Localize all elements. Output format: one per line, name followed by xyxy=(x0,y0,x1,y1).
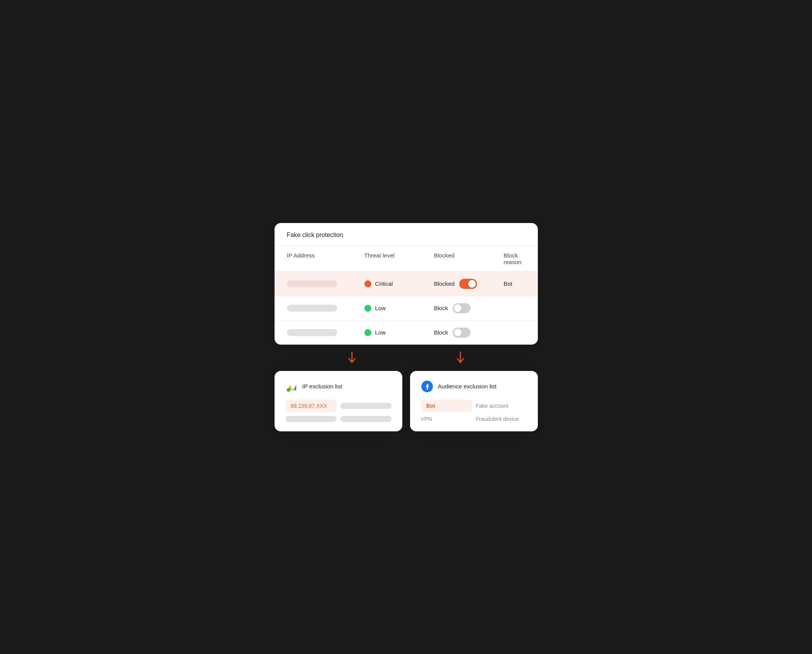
blocked-cell: Blocked xyxy=(434,279,504,289)
left-card-row xyxy=(285,416,391,422)
ip-address-placeholder xyxy=(287,305,337,312)
right-card-text: Fraudulent device xyxy=(476,416,527,422)
threat-dot-green xyxy=(364,329,371,336)
table-row: Low Block xyxy=(275,296,538,321)
col-header-ip: IP Address xyxy=(287,252,364,265)
right-card-header: Audience exclusion list xyxy=(421,380,527,393)
threat-cell: Low xyxy=(364,329,434,336)
block-toggle-off[interactable] xyxy=(453,328,470,338)
ip-address-placeholder xyxy=(287,329,337,336)
blocked-label: Blocked xyxy=(434,280,455,287)
col-header-threat: Threat level xyxy=(364,252,434,265)
block-label: Block xyxy=(434,329,448,336)
threat-cell: Critical xyxy=(364,280,434,287)
table-header: IP Address Threat level Blocked Block re… xyxy=(275,246,538,272)
col-header-reason: Block reason xyxy=(504,252,525,265)
threat-dot-red xyxy=(364,280,371,287)
main-wrapper: Fake click protection IP Address Threat … xyxy=(275,223,538,431)
bot-tag: Bot xyxy=(421,400,472,412)
left-card-row: 89.159.87.XXX xyxy=(285,400,391,412)
right-card-title: Audience exclusion list xyxy=(438,383,497,390)
card-title: Fake click protection xyxy=(287,232,343,238)
block-toggle-on[interactable] xyxy=(459,279,477,289)
bottom-cards: IP exclusion list 89.159.87.XXX Aud xyxy=(275,371,538,431)
table-row: Low Block xyxy=(275,321,538,345)
right-bottom-card: Audience exclusion list Bot Fake account… xyxy=(410,371,538,431)
left-arrow xyxy=(298,352,406,364)
placeholder-bar xyxy=(340,416,391,422)
toggle-knob xyxy=(454,304,462,312)
card-header: Fake click protection xyxy=(275,223,538,246)
block-reason-cell: Bot xyxy=(504,280,525,287)
left-card-header: IP exclusion list xyxy=(285,380,391,393)
threat-dot-green xyxy=(364,305,371,312)
threat-label: Low xyxy=(375,305,386,311)
toggle-knob xyxy=(468,280,476,288)
right-arrow xyxy=(406,352,515,364)
placeholder-bar xyxy=(285,416,336,422)
top-card: Fake click protection IP Address Threat … xyxy=(275,223,538,345)
right-card-row: Bot Fake account xyxy=(421,400,527,412)
svg-point-4 xyxy=(287,388,290,391)
right-card-text: VPN xyxy=(421,416,472,422)
left-card-title: IP exclusion list xyxy=(302,383,342,390)
ip-address-placeholder xyxy=(287,280,337,287)
threat-label: Critical xyxy=(375,280,393,287)
arrows-row xyxy=(275,345,538,371)
right-card-row: VPN Fraudulent device xyxy=(421,416,527,422)
google-ads-icon xyxy=(285,380,298,393)
svg-marker-3 xyxy=(293,385,296,390)
threat-label: Low xyxy=(375,329,386,336)
threat-cell: Low xyxy=(364,305,434,312)
blocked-cell: Block xyxy=(434,328,504,338)
toggle-knob xyxy=(454,329,462,336)
block-toggle-off[interactable] xyxy=(453,303,470,313)
placeholder-bar xyxy=(340,403,391,409)
block-label: Block xyxy=(434,305,448,311)
left-bottom-card: IP exclusion list 89.159.87.XXX xyxy=(275,371,402,431)
table-row: Critical Blocked Bot xyxy=(275,272,538,296)
facebook-icon xyxy=(421,380,433,393)
blocked-cell: Block xyxy=(434,303,504,313)
block-reason-value: Bot xyxy=(504,280,513,287)
col-header-blocked: Blocked xyxy=(434,252,504,265)
ip-tag: 89.159.87.XXX xyxy=(285,400,336,412)
right-card-text: Fake account xyxy=(476,403,527,409)
